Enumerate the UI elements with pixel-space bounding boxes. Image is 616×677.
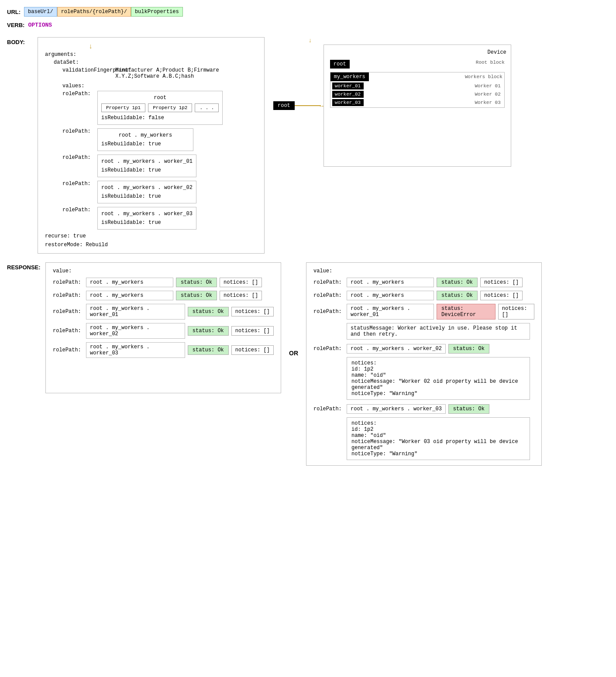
worker-row-1: worker_02 Worker 02 [332, 91, 502, 98]
resp-path-4: root . my_workers . worker_03 [86, 342, 185, 358]
root-block-label: Root block [351, 58, 506, 65]
resp-status-2: status: Ok [188, 307, 229, 316]
resp-status-1: status: Ok [176, 291, 217, 300]
resp-value-label-right: value: [313, 268, 534, 274]
worker-row-2: worker_03 Worker 03 [332, 99, 502, 106]
resp-status-4: status: Ok [188, 345, 229, 355]
resp-right-row-1: rolePath: root . my_workers status: Ok n… [313, 291, 534, 300]
rp-title-2: root . my_workers . worker_01 [101, 158, 193, 165]
resp-right-path-4: root . my_workers . worker_03 [347, 404, 446, 414]
resp-right-status-2: status: DeviceError [437, 304, 496, 320]
recurse-row: recurse: true [45, 233, 257, 239]
diagram-device-block: Device root Root block my_workers Worker… [323, 45, 511, 167]
rp-inner-0: root Property 1p1 Property 1p2 . . . isR… [97, 91, 223, 125]
response-box-right: value: rolePath: root . my_workers statu… [306, 262, 542, 466]
resp-right-status-1: status: Ok [437, 291, 478, 300]
pill-ellipsis: . . . [195, 103, 219, 112]
diagram-root-row: root → Device root Root block my_workers [273, 45, 511, 167]
notices-block-worker02: notices: id: 1p2 name: "oid" noticeMessa… [347, 357, 530, 400]
pill-1p2: Property 1p2 [148, 103, 192, 112]
rp-rebuild-3: isRebuildable: true [101, 193, 193, 199]
rp-inner-1: root . my_workers isRebuildable: true [97, 128, 193, 151]
rp-rebuild-1: isRebuildable: true [101, 141, 189, 147]
resp-right-path-0: root . my_workers [347, 278, 434, 287]
workers-header: my_workers Workers block [330, 72, 504, 81]
resp-status-0: status: Ok [176, 278, 217, 287]
vf-label: validationFingerprint: [62, 67, 115, 73]
arguments-label: arguments: [45, 52, 257, 58]
diagram-left-root: root [273, 101, 295, 110]
resp-row-0: rolePath: root . my_workers status: Ok n… [53, 278, 274, 287]
resp-right-notices-0: notices: [] [480, 278, 523, 287]
resp-right-row-2: rolePath: root . my_workers . worker_01 … [313, 304, 534, 320]
resp-row-1: rolePath: root . my_workers status: Ok n… [53, 291, 274, 300]
resp-right-path-2: root . my_workers . worker_01 [347, 304, 434, 320]
diagram-top-arrow: ↓ [308, 37, 511, 45]
rp-inner-3: root . my_workers . worker_02 isRebuilda… [97, 181, 196, 203]
verb-value: OPTIONS [28, 22, 52, 28]
resp-rp-label-0: rolePath: [53, 279, 83, 285]
worker-01-node: worker_01 [332, 82, 364, 89]
resp-notices-0: notices: [] [220, 278, 262, 287]
resp-right-row-0: rolePath: root . my_workers status: Ok n… [313, 278, 534, 287]
resp-right-notices-2: notices: [] [498, 304, 534, 320]
resp-status-3: status: Ok [188, 326, 229, 336]
resp-row-3: rolePath: root . my_workers . worker_02 … [53, 323, 274, 339]
resp-notices-2: notices: [] [231, 307, 274, 316]
rp-label-1: rolePath: [62, 128, 97, 134]
resp-right-row-3: rolePath: root . my_workers . worker_02 … [313, 344, 534, 354]
rp-title-3: root . my_workers . worker_02 [101, 185, 193, 191]
role-path-block-3: rolePath: root . my_workers . worker_02 … [62, 181, 257, 203]
response-box-left: value: rolePath: root . my_workers statu… [45, 262, 281, 393]
resp-notices-3: notices: [] [231, 326, 274, 336]
response-section: RESPONSE: value: rolePath: root . my_wor… [7, 262, 609, 466]
url-segment-base: baseUrl/ [24, 7, 57, 17]
resp-right-rp-label-2: rolePath: [313, 309, 344, 315]
main-content-row: BODY: ↓ arguments: dataSet: validationFi… [7, 37, 609, 254]
resp-rp-label-4: rolePath: [53, 347, 83, 353]
role-path-block-0: rolePath: root Property 1p1 Property 1p2… [62, 91, 257, 125]
body-section: BODY: ↓ arguments: dataSet: validationFi… [7, 37, 265, 254]
resp-path-3: root . my_workers . worker_02 [86, 323, 185, 339]
resp-path-0: root . my_workers [86, 278, 173, 287]
resp-rp-label-3: rolePath: [53, 328, 83, 334]
workers-block: my_workers Workers block worker_01 Worke… [330, 72, 505, 108]
worker-02-node: worker_02 [332, 91, 364, 98]
resp-notices-4: notices: [] [231, 345, 274, 355]
values-label: values: [62, 83, 257, 89]
resp-row-4: rolePath: root . my_workers . worker_03 … [53, 342, 274, 358]
rp-label-0: rolePath: [62, 91, 97, 97]
rp-label-2: rolePath: [62, 155, 97, 161]
worker-03-title: Worker 03 [364, 100, 502, 105]
resp-path-2: root . my_workers . worker_01 [86, 304, 185, 320]
role-path-block-4: rolePath: root . my_workers . worker_03 … [62, 207, 257, 230]
url-bar: URL: baseUrl/ rolePaths/{rolePath}/ bulk… [7, 7, 609, 17]
resp-right-rp-label-0: rolePath: [313, 279, 344, 285]
resp-right-notices-1: notices: [] [480, 291, 523, 300]
resp-right-status-msg-2: statusMessage: Worker actively in use. P… [347, 323, 530, 340]
rp-rebuild-4: isRebuildable: true [101, 220, 193, 226]
resp-path-1: root . my_workers [86, 291, 173, 300]
worker-01-title: Worker 01 [364, 83, 502, 89]
url-segment-role: rolePaths/{rolePath}/ [57, 7, 131, 17]
rp-pills-0: Property 1p1 Property 1p2 . . . [101, 103, 219, 112]
rp-inner-4: root . my_workers . worker_03 isRebuilda… [97, 207, 196, 230]
vf-value: Manufacturer A;Product B;Firmware X.Y.Z;… [115, 67, 257, 79]
role-path-block-1: rolePath: root . my_workers isRebuildabl… [62, 128, 257, 151]
resp-notices-1: notices: [] [220, 291, 262, 300]
resp-rp-label-1: rolePath: [53, 292, 83, 299]
rp-title-0: root [101, 95, 219, 101]
rp-title-1: root . my_workers [101, 132, 189, 138]
rp-title-4: root . my_workers . worker_03 [101, 211, 193, 217]
resp-row-2: rolePath: root . my_workers . worker_01 … [53, 304, 274, 320]
resp-right-rp-label-4: rolePath: [313, 406, 344, 412]
resp-right-rp-label-1: rolePath: [313, 292, 344, 299]
resp-right-status-0: status: Ok [437, 278, 478, 287]
worker-02-title: Worker 02 [364, 92, 502, 97]
resp-value-label-left: value: [53, 268, 274, 274]
resp-right-status-3: status: Ok [448, 344, 489, 354]
rp-label-3: rolePath: [62, 181, 97, 187]
rp-inner-2: root . my_workers . worker_01 isRebuilda… [97, 155, 196, 177]
rp-rebuild-2: isRebuildable: true [101, 167, 193, 173]
dataset-label: dataSet: [54, 59, 257, 65]
